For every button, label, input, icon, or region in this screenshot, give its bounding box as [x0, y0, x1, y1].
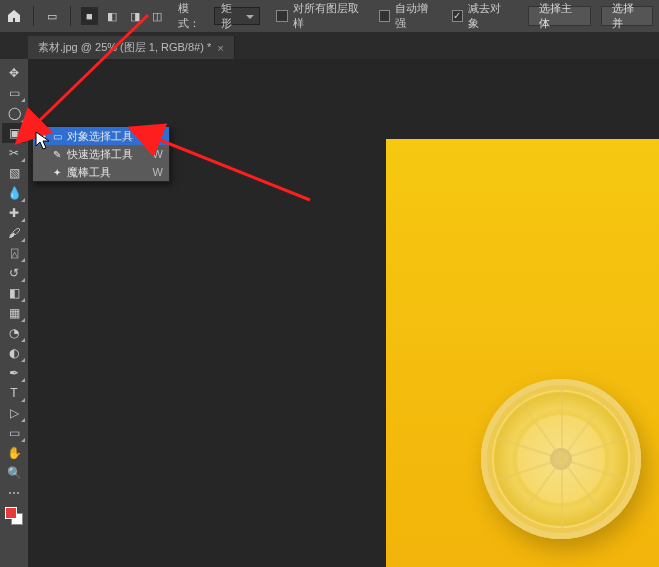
document-tab-bar: 素材.jpg @ 25% (图层 1, RGB/8#) * × [0, 33, 659, 59]
lemon-slice [481, 379, 641, 539]
tool-rectangle[interactable]: ▭ [2, 423, 26, 443]
magic-wand-icon: ✦ [49, 167, 65, 178]
document-tab[interactable]: 素材.jpg @ 25% (图层 1, RGB/8#) * × [28, 36, 235, 59]
auto-enhance-label: 自动增强 [395, 1, 435, 31]
tool-path-select[interactable]: ▷ [2, 403, 26, 423]
tool-eyedropper[interactable]: 💧 [2, 183, 26, 203]
tool-lasso[interactable]: ◯ [2, 103, 26, 123]
flyout-quick-select[interactable]: ✎ 快速选择工具 W [33, 145, 169, 163]
tool-hand[interactable]: ✋ [2, 443, 26, 463]
selection-subtract-icon[interactable]: ◨ [126, 7, 143, 25]
checkbox-icon [276, 10, 287, 22]
mode-dropdown[interactable]: 矩形 [214, 7, 260, 25]
tool-move[interactable]: ✥ [2, 63, 26, 83]
tool-stamp[interactable]: ⍓ [2, 243, 26, 263]
subtract-object-checkbox[interactable]: 减去对象 [452, 1, 508, 31]
tool-blur[interactable]: ◔ [2, 323, 26, 343]
sample-all-label: 对所有图层取样 [293, 1, 364, 31]
mode-value: 矩形 [221, 1, 241, 31]
tool-flyout-menu: • ▭ 对象选择工具 W ✎ 快速选择工具 W ✦ 魔棒工具 W [32, 126, 170, 182]
tool-crop[interactable]: ✂ [2, 143, 26, 163]
tool-gradient[interactable]: ▦ [2, 303, 26, 323]
active-tool-icon[interactable]: ▭ [44, 7, 61, 25]
tool-pen[interactable]: ✒ [2, 363, 26, 383]
tool-type[interactable]: T [2, 383, 26, 403]
selection-new-icon[interactable]: ■ [81, 7, 98, 25]
tab-title: 素材.jpg @ 25% (图层 1, RGB/8#) * [38, 40, 211, 55]
checkbox-icon [379, 10, 390, 22]
flyout-object-select[interactable]: • ▭ 对象选择工具 W [33, 127, 169, 145]
object-select-icon: ▭ [49, 131, 65, 142]
tool-misc[interactable]: ⋯ [2, 483, 26, 503]
tool-brush[interactable]: 🖌 [2, 223, 26, 243]
sample-all-layers-checkbox[interactable]: 对所有图层取样 [276, 1, 363, 31]
close-icon[interactable]: × [217, 42, 223, 54]
mode-label: 模式： [178, 1, 208, 31]
tool-object-select[interactable]: ▣ [2, 123, 26, 143]
tool-frame[interactable]: ▧ [2, 163, 26, 183]
tools-panel: ✥ ▭ ◯ ▣ ✂ ▧ 💧 ✚ 🖌 ⍓ ↺ ◧ ▦ ◔ ◐ ✒ T ▷ ▭ ✋ … [0, 59, 28, 567]
home-icon[interactable] [6, 7, 23, 25]
foreground-color-icon [5, 507, 17, 519]
flyout-label: 对象选择工具 [65, 129, 149, 144]
tool-dodge[interactable]: ◐ [2, 343, 26, 363]
flyout-magic-wand[interactable]: ✦ 魔棒工具 W [33, 163, 169, 181]
tool-zoom[interactable]: 🔍 [2, 463, 26, 483]
color-swatch[interactable] [5, 507, 23, 525]
subtract-label: 减去对象 [468, 1, 508, 31]
flyout-label: 魔棒工具 [65, 165, 149, 180]
tool-spot-heal[interactable]: ✚ [2, 203, 26, 223]
select-and-mask-button[interactable]: 选择并 [601, 6, 653, 26]
selection-intersect-icon[interactable]: ◫ [149, 7, 166, 25]
quick-select-icon: ✎ [49, 149, 65, 160]
tool-eraser[interactable]: ◧ [2, 283, 26, 303]
options-bar: ▭ ■ ◧ ◨ ◫ 模式： 矩形 对所有图层取样 自动增强 减去对象 选择主体 … [0, 0, 659, 33]
document-image [386, 139, 659, 567]
flyout-shortcut: W [149, 148, 163, 160]
selection-add-icon[interactable]: ◧ [104, 7, 121, 25]
tool-marquee[interactable]: ▭ [2, 83, 26, 103]
selected-marker-icon: • [39, 130, 49, 142]
flyout-shortcut: W [149, 130, 163, 142]
select-subject-button[interactable]: 选择主体 [528, 6, 591, 26]
tool-history-brush[interactable]: ↺ [2, 263, 26, 283]
flyout-label: 快速选择工具 [65, 147, 149, 162]
flyout-shortcut: W [149, 166, 163, 178]
auto-enhance-checkbox[interactable]: 自动增强 [379, 1, 435, 31]
checkbox-icon [452, 10, 463, 22]
